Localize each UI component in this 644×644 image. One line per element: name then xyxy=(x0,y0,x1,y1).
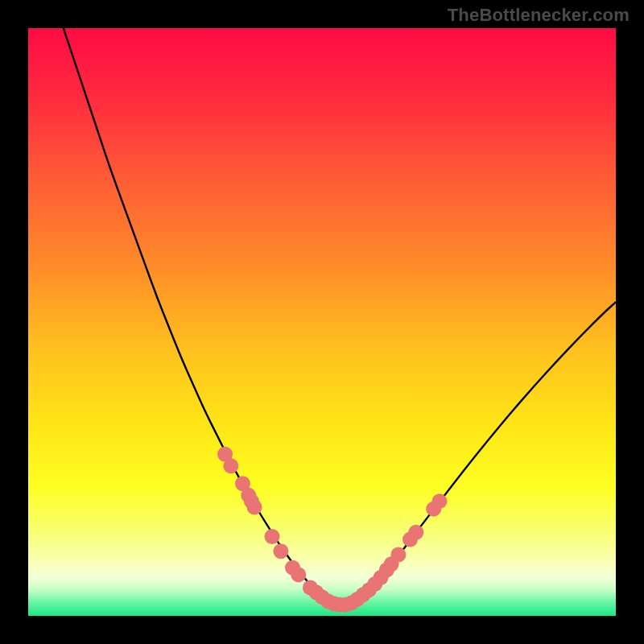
highlight-dot xyxy=(408,525,423,540)
highlight-dot xyxy=(273,543,288,559)
highlight-dot xyxy=(223,458,238,473)
chart-frame: TheBottlenecker.com xyxy=(0,0,644,644)
chart-svg xyxy=(28,28,616,616)
watermark-text: TheBottlenecker.com xyxy=(448,5,630,26)
highlight-dot xyxy=(390,547,406,563)
gradient-background xyxy=(28,28,616,616)
highlight-dot xyxy=(291,567,306,582)
highlight-dot xyxy=(432,493,448,509)
highlight-dot xyxy=(264,529,279,544)
highlight-dot xyxy=(247,499,262,514)
plot-area xyxy=(28,28,616,616)
